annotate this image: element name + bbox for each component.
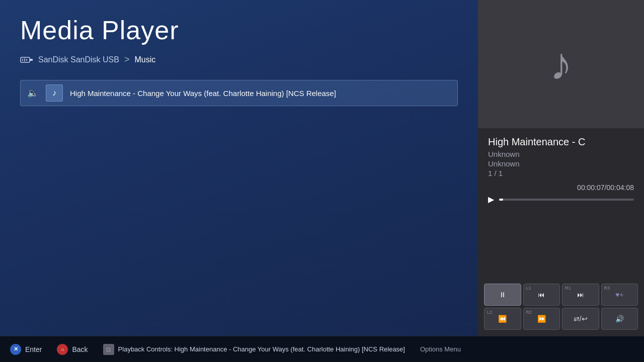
pause-button[interactable]: ⏸	[484, 284, 521, 306]
music-note-badge: ♪	[46, 84, 63, 102]
square-button-icon: □	[103, 344, 114, 355]
fastforward-button[interactable]: R2 ⏩	[523, 308, 560, 330]
o-button-icon: ○	[57, 344, 68, 355]
progress-container: ▶	[488, 195, 634, 204]
enter-action: ✕ Enter	[10, 344, 42, 355]
track-item[interactable]: 🔈 ♪ High Maintenance - Change Your Ways …	[20, 80, 458, 106]
usb-icon	[20, 55, 33, 64]
repeat-button[interactable]: ⇄/↩	[562, 308, 599, 330]
rw-btn-label: L2	[487, 310, 492, 315]
playback-controls-action: □ Playback Controls: High Maintenance - …	[103, 344, 405, 355]
rewind-icon: ⏪	[498, 315, 507, 323]
main-container: Media Player SanDisk SanDisk USB > Music…	[0, 0, 644, 336]
enter-label: Enter	[25, 345, 42, 353]
repeat-icon: ⇄/↩	[574, 315, 588, 323]
breadcrumb-separator: >	[124, 54, 130, 65]
volume-button[interactable]: 🔊	[601, 308, 638, 330]
progress-bar-fill	[499, 199, 503, 201]
breadcrumb-device[interactable]: SanDisk SanDisk USB	[38, 55, 119, 64]
next-icon: ⏭	[577, 291, 584, 299]
left-panel: Media Player SanDisk SanDisk USB > Music…	[0, 0, 478, 336]
track-list: 🔈 ♪ High Maintenance - Change Your Ways …	[20, 80, 458, 336]
svg-rect-1	[30, 59, 33, 61]
volume-ctrl-icon: 🔊	[615, 315, 624, 323]
back-label: Back	[72, 345, 88, 353]
breadcrumb: SanDisk SanDisk USB > Music	[20, 54, 458, 65]
previous-button[interactable]: L1 ⏮	[523, 284, 560, 306]
playback-controls-label: Playback Controls: High Maintenance - Ch…	[118, 345, 405, 353]
fastforward-icon: ⏩	[537, 315, 546, 323]
prev-btn-label: L1	[526, 286, 531, 291]
now-playing-album: Unknown	[488, 159, 634, 168]
now-playing-artist: Unknown	[488, 150, 634, 158]
volume-icon: 🔈	[27, 87, 39, 99]
next-btn-label: R1	[565, 286, 571, 291]
time-display: 00:00:07/00:04:08	[488, 184, 634, 192]
now-playing-track-number: 1 / 1	[488, 169, 634, 177]
album-art-icon: ♪	[550, 38, 573, 90]
bottom-bar: ✕ Enter ○ Back □ Playback Controls: High…	[0, 336, 644, 362]
track-info: High Maintenance - C Unknown Unknown 1 /…	[478, 128, 644, 284]
progress-bar-background[interactable]	[499, 199, 634, 201]
ff-btn-label: R2	[526, 310, 532, 315]
heart-icon: ♥+	[615, 291, 624, 299]
prev-icon: ⏮	[538, 291, 545, 299]
favorite-button[interactable]: R3 ♥+	[601, 284, 638, 306]
options-menu-label: Options Menu	[420, 345, 461, 353]
back-action: ○ Back	[57, 344, 88, 355]
svg-rect-0	[21, 57, 30, 62]
pause-icon: ⏸	[499, 291, 506, 299]
right-panel: ♪ High Maintenance - C Unknown Unknown 1…	[478, 0, 644, 336]
x-button-icon: ✕	[10, 344, 21, 355]
play-indicator-icon: ▶	[488, 195, 494, 204]
next-button[interactable]: R1 ⏭	[562, 284, 599, 306]
fav-btn-label: R3	[604, 286, 610, 291]
app-title: Media Player	[20, 15, 458, 45]
now-playing-title: High Maintenance - C	[488, 136, 634, 148]
track-name: High Maintenance - Change Your Ways (fea…	[70, 89, 451, 98]
playback-controls: ⏸ L1 ⏮ R1 ⏭ R3 ♥+ L2 ⏪ R2 ⏩	[478, 284, 644, 336]
rewind-button[interactable]: L2 ⏪	[484, 308, 521, 330]
album-art: ♪	[478, 0, 644, 128]
breadcrumb-folder[interactable]: Music	[134, 55, 155, 64]
